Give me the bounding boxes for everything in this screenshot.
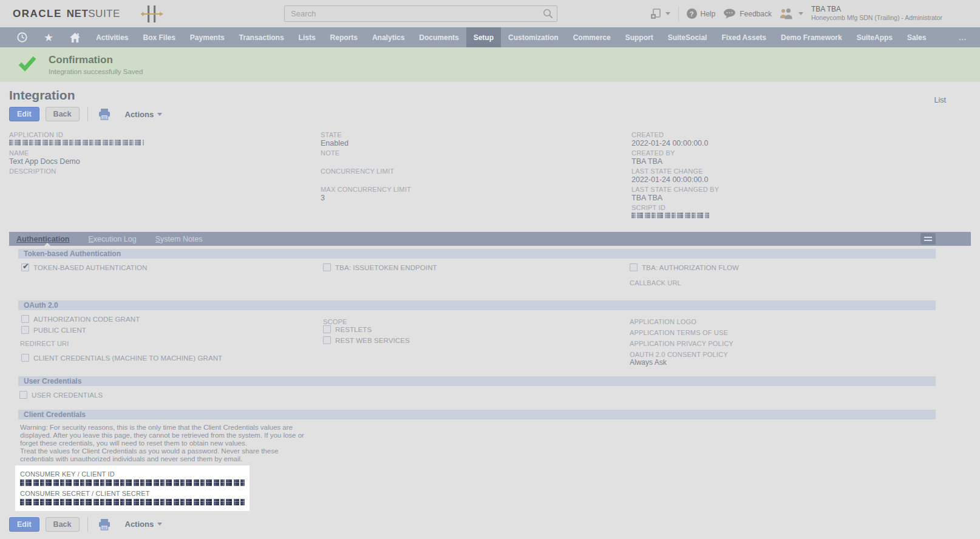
- field-application-id: APPLICATION ID: [9, 131, 144, 149]
- consumer-key-redacted-value: [20, 480, 245, 486]
- credentials-highlight-box: CONSUMER KEY / CLIENT ID CONSUMER SECRET…: [15, 466, 250, 511]
- field-last-state-change: LAST STATE CHANGE 2022-01-24 00:00:00.0: [631, 168, 719, 186]
- section-client-credentials: Client Credentials Warning: For security…: [9, 410, 971, 511]
- field-value: [321, 157, 411, 166]
- nav-item-reports[interactable]: Reports: [323, 27, 365, 47]
- nav-item-sales[interactable]: Sales: [900, 27, 933, 47]
- banner-text: Confirmation Integration successfully Sa…: [49, 54, 143, 75]
- tab-execution-log[interactable]: Execution Log: [89, 235, 137, 243]
- nav-item-support[interactable]: Support: [618, 27, 661, 47]
- nav-item-analytics[interactable]: Analytics: [365, 27, 412, 47]
- chevron-down-icon: [798, 12, 803, 15]
- nav-item-box-files[interactable]: Box Files: [136, 27, 183, 47]
- checkbox-label: PUBLIC CLIENT: [33, 327, 86, 334]
- check-icon: [18, 56, 36, 74]
- honeycomb-company-logo: [138, 4, 164, 24]
- roles-menu[interactable]: [780, 8, 803, 19]
- roles-icon: [780, 8, 795, 19]
- nav-item-lists[interactable]: Lists: [291, 27, 323, 47]
- nav-overflow-button[interactable]: ...: [959, 27, 967, 47]
- field-label: DESCRIPTION: [9, 168, 144, 175]
- checkbox-row-rest-web-services: REST WEB SERVICES: [323, 336, 410, 344]
- tba-issuetoken-endpoint-checkbox[interactable]: [323, 263, 331, 271]
- checkbox-label: RESTLETS: [335, 326, 372, 333]
- field-label: NOTE: [321, 149, 411, 157]
- token-based-authentication-checkbox[interactable]: [21, 263, 29, 271]
- tab-list-toggle-icon[interactable]: [920, 233, 936, 245]
- nav-item-demo-framework[interactable]: Demo Framework: [774, 27, 849, 47]
- consumer-secret-label: CONSUMER SECRET / CLIENT SECRET: [20, 490, 245, 497]
- field-state: STATE Enabled: [321, 131, 411, 149]
- print-button[interactable]: [96, 107, 113, 121]
- warning-paragraph-1: Warning: For security reasons, this is t…: [20, 424, 313, 447]
- tab-authentication[interactable]: Authentication: [16, 235, 70, 243]
- section-body: USER CREDENTIALS: [18, 386, 971, 407]
- nav-item-payments[interactable]: Payments: [183, 27, 232, 47]
- checkbox-row-restlets: RESTLETS: [323, 325, 372, 333]
- section-header: OAuth 2.0: [18, 300, 936, 310]
- back-button[interactable]: Back: [46, 517, 80, 532]
- field-label: LAST STATE CHANGE: [631, 168, 719, 175]
- brand-oracle: ORACLE: [13, 8, 62, 20]
- field-label: NAME: [9, 149, 144, 157]
- back-button[interactable]: Back: [46, 107, 80, 121]
- section-oauth2: OAuth 2.0 AUTHORIZATION CODE GRANT PUBLI…: [9, 300, 971, 373]
- field-script-id: SCRIPT ID: [631, 204, 719, 222]
- rest-web-services-checkbox[interactable]: [323, 336, 331, 344]
- create-new-menu[interactable]: [650, 8, 670, 20]
- shortcuts-button[interactable]: ★: [36, 27, 61, 47]
- search-icon[interactable]: [543, 8, 553, 21]
- nav-item-suiteapps[interactable]: SuiteApps: [849, 27, 900, 47]
- nav-item-commerce[interactable]: Commerce: [566, 27, 618, 47]
- list-link[interactable]: List: [934, 96, 946, 104]
- global-search: [284, 5, 557, 22]
- checkbox-label: TOKEN-BASED AUTHENTICATION: [33, 264, 147, 271]
- feedback-button[interactable]: Feedback: [723, 8, 772, 19]
- client-credentials-grant-checkbox[interactable]: [21, 354, 29, 362]
- nav-item-transactions[interactable]: Transactions: [232, 27, 291, 47]
- actions-menu[interactable]: Actions: [125, 110, 163, 119]
- banner-message: Integration successfully Saved: [49, 68, 143, 75]
- script-id-redacted-value: [631, 212, 709, 219]
- redirect-uri-label: REDIRECT URI: [20, 340, 69, 347]
- honeycomb-logo-icon: [138, 4, 164, 24]
- tab-system-notes[interactable]: System Notes: [155, 235, 203, 243]
- scope-label: SCOPE: [323, 318, 347, 325]
- nav-item-documents[interactable]: Documents: [412, 27, 466, 47]
- home-button[interactable]: [61, 27, 89, 47]
- chevron-down-icon: [157, 523, 162, 526]
- confirmation-banner: Confirmation Integration successfully Sa…: [0, 47, 980, 82]
- restlets-checkbox[interactable]: [323, 325, 331, 333]
- field-value: 3: [321, 194, 411, 202]
- user-name: TBA TBA: [811, 5, 942, 14]
- edit-button[interactable]: Edit: [9, 517, 39, 532]
- recent-records-button[interactable]: [9, 27, 36, 47]
- print-button[interactable]: [96, 517, 113, 532]
- nav-item-setup[interactable]: Setup: [466, 27, 501, 47]
- consent-policy-value: Always Ask: [630, 358, 667, 367]
- search-input[interactable]: [284, 5, 557, 22]
- public-client-checkbox[interactable]: [21, 326, 29, 334]
- checkbox-row-authorization-code-grant: AUTHORIZATION CODE GRANT: [21, 315, 140, 323]
- field-max-concurrency-limit: MAX CONCURRENCY LIMIT 3: [321, 186, 411, 204]
- actions-menu[interactable]: Actions: [125, 520, 163, 529]
- authorization-code-grant-checkbox[interactable]: [21, 315, 29, 323]
- printer-icon: [98, 518, 111, 531]
- edit-button[interactable]: Edit: [9, 107, 39, 121]
- help-button[interactable]: ? Help: [687, 8, 716, 19]
- nav-item-suitesocial[interactable]: SuiteSocial: [661, 27, 715, 47]
- nav-item-fixed-assets[interactable]: Fixed Assets: [714, 27, 774, 47]
- application-logo-label: APPLICATION LOGO: [630, 318, 696, 325]
- user-credentials-checkbox[interactable]: [19, 391, 27, 399]
- record-tabs: Authentication Execution Log System Note…: [9, 232, 971, 246]
- user-info[interactable]: TBA TBA Honeycomb Mfg SDN (Trailing) - A…: [811, 5, 942, 22]
- nav-item-activities[interactable]: Activities: [89, 27, 135, 47]
- feedback-icon: [723, 8, 736, 19]
- actions-label: Actions: [125, 110, 154, 119]
- field-last-state-changed-by: LAST STATE CHANGED BY TBA TBA: [631, 186, 719, 204]
- nav-item-customization[interactable]: Customization: [501, 27, 566, 47]
- field-value: [321, 175, 411, 184]
- checkbox-row-token-based-authentication: TOKEN-BASED AUTHENTICATION: [21, 263, 147, 271]
- application-terms-label: APPLICATION TERMS OF USE: [630, 329, 728, 336]
- tba-authorization-flow-checkbox[interactable]: [630, 263, 638, 271]
